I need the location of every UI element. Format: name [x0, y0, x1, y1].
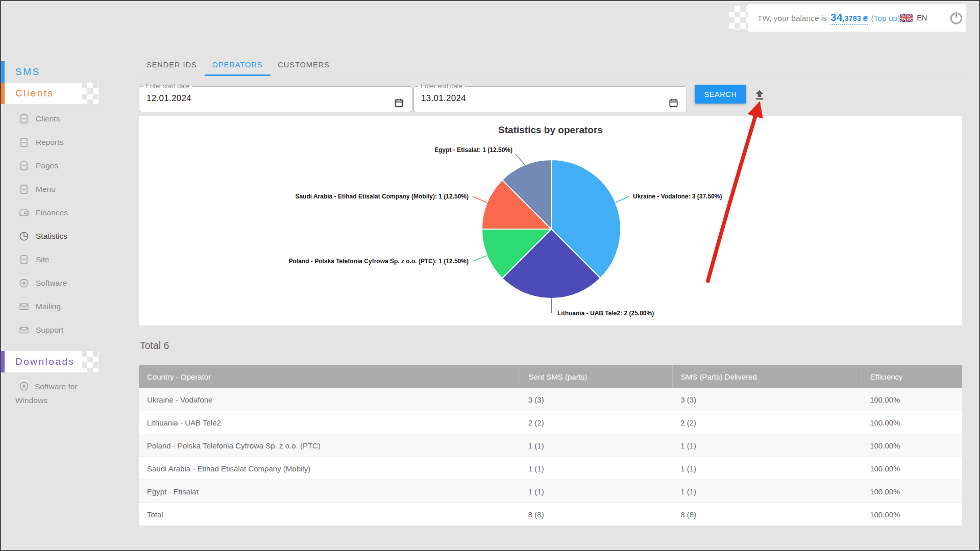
column-header: Country - Operator: [139, 365, 520, 388]
sidebar-section-downloads[interactable]: Downloads: [1, 351, 82, 372]
sidebar-section-clients[interactable]: Clients: [1, 83, 82, 104]
table-cell: 8 (8): [672, 503, 862, 526]
pie-label: Poland - Polska Telefonia Cyfrowa Sp. z …: [288, 258, 469, 265]
sidebar-item-clients[interactable]: Clients: [1, 107, 139, 131]
table-cell: 1 (1): [520, 457, 672, 480]
table-row: Ukraine - Vodafone3 (3)3 (3)100.00%: [139, 388, 962, 411]
table-body: Ukraine - Vodafone3 (3)3 (3)100.00%Lithu…: [139, 388, 962, 526]
app-window: { "topbar": { "balance_prefix": "TW, you…: [0, 0, 980, 551]
sidebar-clients-items: ClientsReportsPagesMenuFinancesStatistic…: [1, 107, 139, 342]
calendar-icon[interactable]: [394, 98, 404, 108]
table-cell: 3 (3): [520, 388, 672, 411]
table-row: Lithuania - UAB Tele22 (2)2 (2)100.00%: [139, 411, 962, 434]
end-date-field[interactable]: Enter end date 13.01.2024: [413, 83, 687, 112]
table-cell: 1 (1): [520, 434, 672, 457]
export-button[interactable]: [751, 87, 768, 103]
pie-label: Saudi Arabia - Etihad Etisalat Company (…: [295, 193, 469, 200]
sidebar-item-menu[interactable]: Menu: [1, 178, 139, 201]
download-circle-icon: [18, 278, 30, 289]
document-icon: [18, 254, 30, 265]
table-cell: 1 (1): [672, 434, 862, 457]
calendar-icon[interactable]: [669, 98, 678, 108]
table-cell: 100.00%: [862, 411, 962, 434]
pie-svg: Ukraine - Vodafone: 3 (37.50%)Lithuania …: [139, 116, 962, 325]
document-icon: [18, 160, 30, 171]
table-cell: Lithuania - UAB Tele2: [139, 411, 520, 434]
start-date-field[interactable]: Enter start date 12.01.2024: [139, 83, 412, 112]
sidebar-item-label: Finances: [36, 208, 68, 217]
balance-fraction: ,3783 ₴: [842, 14, 868, 22]
pie-label-line: [516, 154, 525, 165]
accent-bar: [1, 61, 5, 83]
chart-panel: Statistics by operators Ukraine - Vodafo…: [139, 116, 962, 325]
table-cell: 100.00%: [862, 434, 962, 457]
table-cell: Saudi Arabia - Etihad Etisalat Company (…: [139, 457, 520, 480]
chart-title: Statistics by operators: [139, 124, 962, 136]
table-cell: 100.00%: [862, 457, 962, 480]
sidebar-section-sms[interactable]: SMS: [1, 61, 83, 83]
search-button[interactable]: SEARCH: [695, 85, 746, 104]
pie-label-line: [616, 196, 629, 203]
balance-amount[interactable]: 34,3783 ₴: [830, 11, 868, 25]
balance-group: TW, your balance is 34,3783 ₴ (Top up): [757, 11, 900, 25]
language-selector[interactable]: EN: [900, 14, 927, 22]
table-row: Egypt - Etisalat1 (1)1 (1)100.00%: [139, 480, 962, 503]
accent-bar: [1, 351, 5, 372]
end-date-label: Enter end date: [418, 83, 465, 90]
wallet-icon: [18, 207, 30, 218]
table-cell: 100.00%: [862, 503, 962, 526]
table-cell: Egypt - Etisalat: [139, 480, 520, 503]
table-cell: Total: [139, 503, 520, 526]
start-date-label: Enter start date: [143, 83, 192, 90]
table-cell: 100.00%: [862, 388, 962, 411]
sidebar-item-label: Menu: [36, 185, 56, 194]
tab-bar: SENDER IDSOPERATORSCUSTOMERS: [139, 54, 962, 76]
logout-power-button[interactable]: [949, 11, 964, 26]
table-cell: 100.00%: [862, 480, 962, 503]
operators-table: Country - OperatorSent SMS (parts)SMS (P…: [139, 365, 962, 526]
table-cell: Poland - Polska Telefonia Cyfrowa Sp. z …: [139, 434, 520, 457]
sidebar-item-software-for-windows[interactable]: Software for Windows: [15, 380, 101, 407]
table-cell: 2 (2): [520, 411, 672, 434]
table-row: Total8 (8)8 (8)100.00%: [139, 503, 962, 526]
uk-flag-icon: [900, 14, 913, 22]
table-cell: 1 (1): [672, 480, 862, 503]
end-date-value[interactable]: 13.01.2024: [414, 90, 687, 104]
table-cell: 1 (1): [672, 457, 862, 480]
sidebar-item-finances[interactable]: Finances: [1, 201, 139, 224]
sidebar-section-label: Clients: [15, 88, 54, 99]
sidebar-item-pages[interactable]: Pages: [1, 154, 139, 178]
sidebar-section-label: SMS: [15, 66, 40, 78]
column-header: SMS (Parts) Delivered: [672, 365, 862, 388]
total-count-label: Total 6: [140, 340, 169, 352]
table-cell: Ukraine - Vodafone: [139, 388, 520, 411]
topbar-panel: TW, your balance is 34,3783 ₴ (Top up) E…: [748, 4, 966, 32]
pie-chart-icon: [18, 231, 30, 242]
sidebar-item-site[interactable]: Site: [1, 248, 139, 271]
pie-label: Lithuania - UAB Tele2: 2 (25.00%): [557, 310, 654, 317]
sidebar-item-statistics[interactable]: Statistics: [1, 224, 139, 248]
sidebar-item-reports[interactable]: Reports: [1, 131, 139, 154]
pie-label: Ukraine - Vodafone: 3 (37.50%): [633, 193, 722, 200]
table-cell: 1 (1): [520, 480, 672, 503]
column-header: Efficiency: [862, 365, 962, 388]
document-icon: [18, 184, 30, 195]
tab-customers[interactable]: CUSTOMERS: [270, 54, 337, 76]
sidebar-item-mailing[interactable]: Mailing: [1, 295, 139, 318]
table-cell: 2 (2): [672, 411, 862, 434]
sidebar-item-label: Reports: [36, 138, 63, 147]
pie-label-line: [473, 256, 487, 261]
sidebar-item-support[interactable]: Support: [1, 318, 139, 342]
start-date-value[interactable]: 12.01.2024: [139, 90, 412, 104]
topup-link[interactable]: (Top up): [871, 14, 900, 23]
sidebar-item-software[interactable]: Software: [1, 271, 139, 295]
table-row: Saudi Arabia - Etihad Etisalat Company (…: [139, 457, 962, 480]
download-circle-icon: [18, 381, 30, 392]
table-header-row: Country - OperatorSent SMS (parts)SMS (P…: [139, 365, 962, 388]
envelope-icon: [18, 301, 30, 312]
tab-sender-ids[interactable]: SENDER IDS: [139, 54, 205, 76]
pixel-decoration: [729, 6, 748, 30]
table-cell: 8 (8): [520, 503, 672, 526]
tab-operators[interactable]: OPERATORS: [205, 54, 271, 76]
upload-icon: [754, 89, 765, 101]
